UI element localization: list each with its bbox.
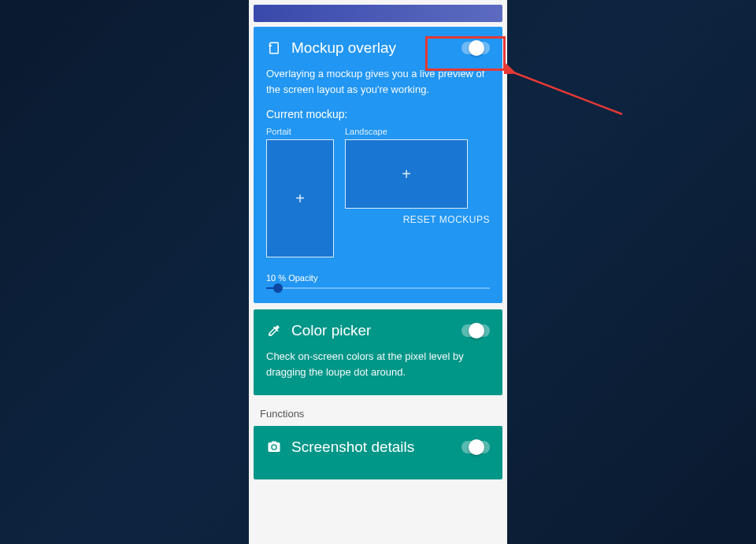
app-screen: Mockup overlay Overlaying a mockup gives… [249, 0, 507, 544]
color-picker-title: Color picker [291, 322, 371, 339]
portrait-add-button[interactable]: + [266, 139, 334, 257]
color-picker-toggle[interactable] [461, 324, 490, 337]
plus-icon: + [402, 165, 411, 183]
eyedropper-icon [266, 323, 282, 339]
portrait-label: Portait [266, 127, 334, 136]
card-header: Screenshot details [266, 439, 490, 456]
camera-icon [266, 439, 282, 455]
landscape-column: Landscape + RESET MOCKUPS [345, 127, 490, 226]
mockup-row: Portait + Landscape + RESET MOCKUPS [266, 127, 490, 257]
reset-mockups-button[interactable]: RESET MOCKUPS [403, 214, 490, 225]
color-picker-description: Check on-screen colors at the pixel leve… [266, 349, 490, 379]
mockup-overlay-title: Mockup overlay [291, 39, 396, 57]
color-picker-card: Color picker Check on-screen colors at t… [254, 309, 502, 395]
slider-thumb[interactable] [273, 283, 283, 293]
card-header-left: Screenshot details [266, 439, 414, 456]
svg-rect-0 [270, 43, 279, 54]
portrait-column: Portait + [266, 127, 334, 257]
screenshot-details-title: Screenshot details [291, 439, 414, 456]
mockup-icon [266, 40, 282, 56]
landscape-label: Landscape [345, 127, 490, 136]
functions-section-label: Functions [249, 402, 507, 426]
mockup-overlay-toggle[interactable] [461, 42, 490, 54]
toggle-knob [469, 323, 484, 339]
opacity-slider[interactable] [266, 287, 490, 289]
current-mockup-label: Current mockup: [266, 108, 490, 120]
card-header-left: Color picker [266, 322, 371, 339]
plus-icon: + [295, 190, 305, 208]
screenshot-details-card: Screenshot details [254, 426, 502, 479]
landscape-add-button[interactable]: + [345, 139, 468, 209]
toggle-knob [469, 40, 484, 56]
opacity-label: 10 % Opacity [266, 273, 490, 283]
screenshot-details-toggle[interactable] [461, 441, 490, 453]
top-banner-card [254, 5, 502, 22]
mockup-overlay-card: Mockup overlay Overlaying a mockup gives… [254, 27, 502, 303]
mockup-overlay-description: Overlaying a mockup gives you a live pre… [266, 66, 490, 97]
card-header: Mockup overlay [266, 39, 490, 57]
annotation-arrow [504, 55, 638, 126]
svg-line-3 [513, 72, 622, 114]
toggle-knob [469, 439, 484, 455]
card-header-left: Mockup overlay [266, 39, 396, 57]
card-header: Color picker [266, 322, 490, 339]
